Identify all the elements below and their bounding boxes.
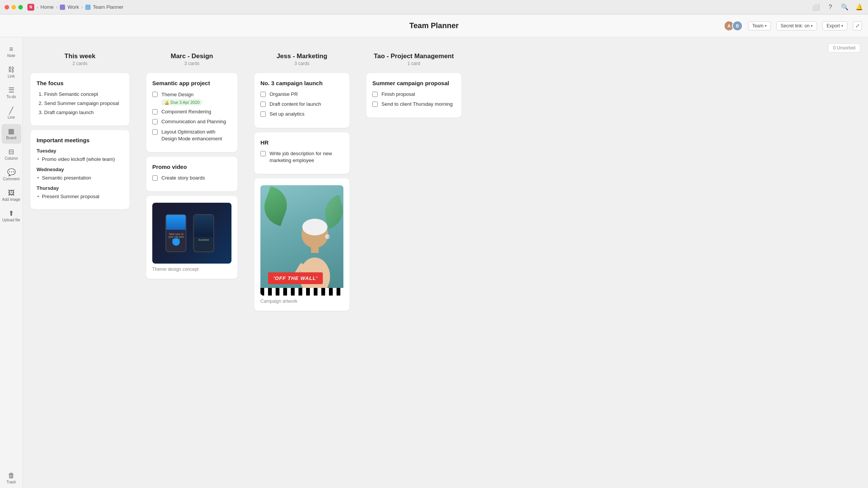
checklist-label[interactable]: Draft content for launch bbox=[270, 101, 321, 108]
checklist-item: Write job description for new marketing … bbox=[260, 150, 343, 164]
checklist-label[interactable]: Theme Design bbox=[161, 92, 194, 97]
column-header-jess: Jess - Marketing 3 cards bbox=[254, 49, 349, 68]
share-icon[interactable]: ⬜ bbox=[812, 3, 820, 11]
expand-button[interactable]: ⤢ bbox=[853, 21, 862, 30]
list-item: Draft campaign launch bbox=[44, 109, 123, 116]
image-caption-theme: Theme design concept bbox=[152, 267, 231, 272]
breadcrumb-home[interactable]: Home bbox=[40, 4, 54, 10]
checkbox-finish-proposal[interactable] bbox=[372, 92, 378, 97]
card-promo-title: Promo video bbox=[152, 164, 231, 170]
card-semantic-title: Semantic app project bbox=[152, 80, 231, 86]
checkbox-layout[interactable] bbox=[152, 129, 158, 135]
breadcrumb: N › Home › Work › Team Planner bbox=[27, 4, 123, 11]
sidebar-item-comment[interactable]: 💬 Comment bbox=[2, 165, 21, 185]
unsorted-badge: 0 Unsorted bbox=[828, 43, 860, 52]
meeting-day-thursday: Thursday bbox=[37, 185, 123, 191]
maximize-button[interactable] bbox=[18, 5, 23, 10]
meeting-day-tuesday: Tuesday bbox=[37, 148, 123, 154]
list-item: Semantic presentation bbox=[37, 175, 123, 181]
checklist-label[interactable]: Write job description for new marketing … bbox=[270, 150, 343, 164]
checklist-item: Draft content for launch bbox=[260, 101, 343, 108]
sidebar-item-addimage[interactable]: 🖼 Add image bbox=[2, 186, 21, 205]
checklist-label[interactable]: Create story boards bbox=[161, 175, 205, 181]
tuesday-items: Promo video kickoff (whole team) bbox=[37, 156, 123, 163]
link-icon: ⛓ bbox=[8, 66, 15, 73]
campaign-banner: 'OFF THE WALL' bbox=[268, 272, 323, 284]
checklist-label[interactable]: Set up analytics bbox=[270, 111, 305, 118]
checklist-label[interactable]: Component Rendering bbox=[161, 108, 211, 115]
sidebar: ≡ Note ⛓ Link ☰ To-do ╱ Line ▦ Board ⊟ C… bbox=[0, 37, 23, 488]
checklist-label[interactable]: Finish proposal bbox=[381, 91, 415, 98]
board-nav-icon bbox=[85, 5, 91, 10]
sidebar-item-todo[interactable]: ☰ To-do bbox=[2, 83, 21, 103]
todo-icon: ☰ bbox=[8, 87, 14, 94]
card-campaign-title: No. 3 campaign launch bbox=[260, 80, 343, 86]
checkbox-job-desc[interactable] bbox=[260, 151, 266, 156]
column-header-marc: Marc - Design 3 cards bbox=[146, 49, 238, 68]
checklist-item: Set up analytics bbox=[260, 111, 343, 118]
list-item: Finish Semantic concept bbox=[44, 91, 123, 98]
sidebar-item-line[interactable]: ╱ Line bbox=[2, 103, 21, 123]
board-icon: ▦ bbox=[8, 128, 14, 135]
export-arrow: ▾ bbox=[841, 24, 843, 28]
content-area: 0 Unsorted This week 2 cards The focus F… bbox=[23, 37, 868, 488]
export-button[interactable]: Export ▾ bbox=[822, 21, 847, 30]
avatar-2: B bbox=[732, 21, 743, 31]
list-item: Present Summer proposal bbox=[37, 193, 123, 200]
sidebar-item-column[interactable]: ⊟ Column bbox=[2, 145, 21, 164]
sidebar-item-note[interactable]: ≡ Note bbox=[2, 42, 21, 62]
main-layout: ≡ Note ⛓ Link ☰ To-do ╱ Line ▦ Board ⊟ C… bbox=[0, 37, 868, 488]
svg-point-5 bbox=[327, 235, 330, 238]
checkbox-analytics[interactable] bbox=[260, 111, 266, 117]
search-icon[interactable]: 🔍 bbox=[841, 3, 849, 11]
page-title: Team Planner bbox=[409, 21, 459, 30]
sidebar-item-uploadfile[interactable]: ⬆ Upload file bbox=[2, 206, 21, 226]
column-icon: ⊟ bbox=[8, 148, 14, 155]
phone-left: Take care of your city and planet bbox=[166, 214, 187, 252]
checkbox-organise-pr[interactable] bbox=[260, 92, 266, 97]
divider-3 bbox=[357, 49, 359, 311]
checklist-item: Theme Design Due 3 Apr 2020 bbox=[152, 91, 231, 105]
checklist-label[interactable]: Communication and Planning bbox=[161, 118, 226, 125]
breadcrumb-work[interactable]: Work bbox=[67, 4, 79, 10]
checkbox-storyboards[interactable] bbox=[152, 175, 158, 181]
column-header-this-week: This week 2 cards bbox=[30, 49, 129, 68]
team-dropdown-arrow: ▾ bbox=[765, 24, 767, 28]
svg-point-3 bbox=[302, 219, 327, 235]
column-title-marc: Marc - Design bbox=[146, 52, 238, 60]
minimize-button[interactable] bbox=[11, 5, 16, 10]
checkbox-send-client[interactable] bbox=[372, 102, 378, 107]
sidebar-item-link[interactable]: ⛓ Link bbox=[2, 62, 21, 82]
leaf-decoration-1 bbox=[260, 186, 292, 226]
checklist-label[interactable]: Organise PR bbox=[270, 91, 298, 98]
phone-screen-inner bbox=[166, 215, 186, 229]
checklist-label[interactable]: Send to client Thursday morning bbox=[381, 101, 453, 108]
traffic-lights bbox=[5, 5, 23, 10]
card-hr-title: HR bbox=[260, 139, 343, 146]
help-icon[interactable]: ? bbox=[826, 3, 834, 11]
meeting-day-wednesday: Wednesday bbox=[37, 167, 123, 172]
card-campaign-launch: No. 3 campaign launch Organise PR Draft … bbox=[254, 73, 349, 128]
close-button[interactable] bbox=[5, 5, 9, 10]
column-marc-design: Marc - Design 3 cards Semantic app proje… bbox=[146, 49, 238, 311]
sidebar-item-trash[interactable]: 🗑 Trash bbox=[2, 468, 21, 488]
team-button[interactable]: Team ▾ bbox=[748, 21, 771, 30]
column-count-this-week: 2 cards bbox=[30, 61, 129, 66]
card-theme-concept: Take care of your city and planet Availa… bbox=[146, 196, 238, 279]
sidebar-item-board[interactable]: ▦ Board bbox=[2, 124, 21, 144]
checklist-item: Communication and Planning bbox=[152, 118, 231, 125]
secret-link-button[interactable]: Secret link: on ▾ bbox=[776, 21, 817, 30]
wednesday-items: Semantic presentation bbox=[37, 175, 123, 181]
column-count-marc: 3 cards bbox=[146, 61, 238, 66]
divider-1 bbox=[137, 49, 139, 311]
checkbox-theme-design[interactable] bbox=[152, 92, 158, 97]
card-summer-title: Summer campaign proposal bbox=[372, 80, 455, 86]
column-tao-pm: Tao - Project Management 1 card Summer c… bbox=[366, 49, 461, 311]
checkbox-component[interactable] bbox=[152, 109, 158, 114]
checklist-label[interactable]: Layout Optimization with Design Mode enh… bbox=[161, 129, 231, 142]
checkbox-draft-content[interactable] bbox=[260, 102, 266, 107]
checklist-item: Component Rendering bbox=[152, 108, 231, 115]
secret-link-arrow: ▾ bbox=[811, 24, 813, 28]
notification-icon[interactable]: 🔔 bbox=[855, 3, 863, 11]
checkbox-communication[interactable] bbox=[152, 119, 158, 124]
